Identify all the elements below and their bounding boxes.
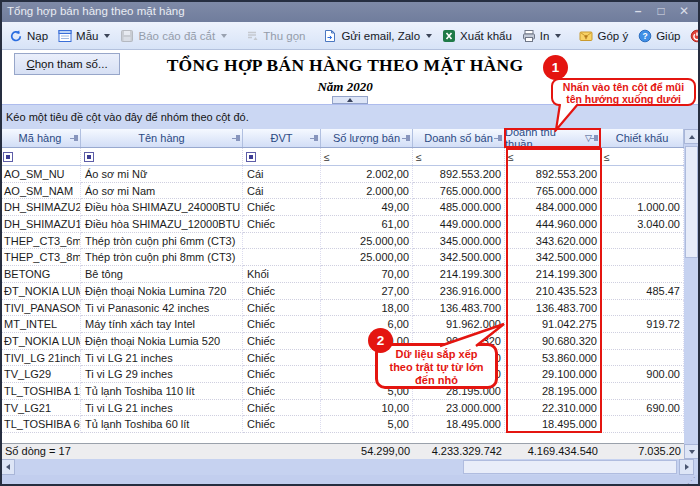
cell-chiet-khau[interactable]: 485.47	[601, 283, 684, 300]
cell-chiet-khau[interactable]: 900.00	[601, 366, 684, 383]
cell-chiet-khau[interactable]: 3.040.00	[601, 216, 684, 233]
cell-ma-hang[interactable]: TIVI_LG 21inches	[0, 350, 81, 367]
cell-so-luong-ban[interactable]: 49,00	[321, 199, 413, 216]
table-row[interactable]: TIVI_LG 21inches Ti vi LG 21 inches Chiế…	[0, 350, 684, 367]
column-header-chiet-khau[interactable]: Chiết khấu	[601, 129, 684, 147]
lte-operator-icon[interactable]: ≤	[508, 151, 514, 163]
cell-chiet-khau[interactable]	[601, 233, 684, 250]
cell-dvt[interactable]: Khối	[243, 266, 321, 283]
table-row[interactable]: BETONG Bê tông Khối 70,00 214.199.300 21…	[0, 266, 684, 283]
cell-chiet-khau[interactable]: 919.72	[601, 316, 684, 333]
table-row[interactable]: AO_SM_NAM Áo sơ mi Nam Cái 2.000,00 765.…	[0, 183, 684, 200]
cell-so-luong-ban[interactable]: 70,00	[321, 266, 413, 283]
vertical-scroll-thumb[interactable]	[685, 146, 698, 258]
table-row[interactable]: DH_SHIMAZU240 Điều hòa SHIMAZU_24000BTU …	[0, 199, 684, 216]
cell-doanh-so-ban[interactable]: 765.000.000	[413, 183, 505, 200]
cell-chiet-khau[interactable]	[601, 166, 684, 183]
cell-ten-hang[interactable]: Thép tròn cuộn phi 8mm (CT3)	[81, 249, 243, 266]
filter-type-icon[interactable]	[246, 152, 256, 162]
cell-doanh-so-ban[interactable]: 449.000.000	[413, 216, 505, 233]
cell-doanh-thu-thuan[interactable]: 892.553.200	[505, 166, 601, 183]
column-header-ma-hang[interactable]: Mã hàng	[0, 129, 81, 147]
cell-ten-hang[interactable]: Điện thoại Nokia Lumina 720	[81, 283, 243, 300]
cell-dvt[interactable]: Chiếc	[243, 400, 321, 417]
cell-doanh-so-ban[interactable]: 18.495.000	[413, 416, 505, 433]
cell-doanh-so-ban[interactable]: 214.199.300	[413, 266, 505, 283]
cell-doanh-so-ban[interactable]: 236.916.000	[413, 283, 505, 300]
cell-chiet-khau[interactable]	[601, 333, 684, 350]
table-row[interactable]: THEP_CT3_8mm Thép tròn cuộn phi 8mm (CT3…	[0, 249, 684, 266]
cell-dvt[interactable]: Chiếc	[243, 316, 321, 333]
table-row[interactable]: TV_LG29 Ti vi LG 29 inches Chiếc 10,00 3…	[0, 366, 684, 383]
cell-doanh-thu-thuan[interactable]: 28.195.000	[505, 383, 601, 400]
cell-doanh-thu-thuan[interactable]: 22.310.000	[505, 400, 601, 417]
cell-ten-hang[interactable]: Điều hòa SHIMAZU_12000BTU	[81, 216, 243, 233]
pin-icon[interactable]	[310, 135, 318, 142]
cell-chiet-khau[interactable]: 1.000.00	[601, 199, 684, 216]
horizontal-scrollbar[interactable]	[0, 459, 699, 475]
cell-doanh-thu-thuan[interactable]: 29.100.000	[505, 366, 601, 383]
cell-doanh-so-ban[interactable]: 345.000.000	[413, 233, 505, 250]
table-row[interactable]: MT_INTEL Máy tính xách tay Intel Chiếc 6…	[0, 316, 684, 333]
cell-so-luong-ban[interactable]: 25.000,00	[321, 233, 413, 250]
maximize-button[interactable]	[655, 4, 667, 18]
cell-doanh-so-ban[interactable]: 23.000.000	[413, 400, 505, 417]
pin-icon[interactable]	[232, 135, 240, 142]
lte-operator-icon[interactable]: ≤	[416, 151, 422, 163]
cell-doanh-thu-thuan[interactable]: 342.500.000	[505, 249, 601, 266]
cell-ten-hang[interactable]: Ti vi LG 21 inches	[81, 350, 243, 367]
cell-dvt[interactable]: Cái	[243, 166, 321, 183]
cell-chiet-khau[interactable]	[601, 350, 684, 367]
send-email-button[interactable]: Gửi email, Zalo	[318, 26, 437, 46]
cell-ten-hang[interactable]: Thép tròn cuộn phi 6mm (CT3)	[81, 233, 243, 250]
cell-dvt[interactable]: Cái	[243, 183, 321, 200]
cell-ten-hang[interactable]: Máy tính xách tay Intel	[81, 316, 243, 333]
lte-operator-icon[interactable]: ≤	[604, 151, 610, 163]
chevron-down-icon[interactable]	[104, 34, 110, 38]
cell-ma-hang[interactable]: DH_SHIMAZU240	[0, 199, 81, 216]
cell-doanh-thu-thuan[interactable]: 343.620.000	[505, 233, 601, 250]
cell-ma-hang[interactable]: DH_SHIMAZU120	[0, 216, 81, 233]
cell-so-luong-ban[interactable]: 10,00	[321, 400, 413, 417]
group-by-panel[interactable]: Kéo một tiêu đề cột vào đây để nhóm theo…	[0, 104, 700, 129]
cell-ten-hang[interactable]: Điện thoại Nokia Lumia 520	[81, 333, 243, 350]
cell-ten-hang[interactable]: Tủ lạnh Toshiba 60 lít	[81, 416, 243, 433]
filter-cell-doanh-thu-thuan[interactable]: ≤	[505, 148, 601, 165]
cell-ten-hang[interactable]: Tủ lạnh Toshiba 110 lít	[81, 383, 243, 400]
minimize-button[interactable]	[632, 4, 644, 18]
cell-dvt[interactable]	[243, 233, 321, 250]
cell-doanh-thu-thuan[interactable]: 91.042.275	[505, 316, 601, 333]
cell-ma-hang[interactable]: MT_INTEL	[0, 316, 81, 333]
cell-ten-hang[interactable]: Ti vi Panasonic 42 inches	[81, 300, 243, 317]
refresh-button[interactable]: Nạp	[4, 26, 53, 46]
scroll-right-button[interactable]	[679, 459, 694, 475]
cell-so-luong-ban[interactable]: 27,00	[321, 283, 413, 300]
cell-ten-hang[interactable]: Bê tông	[81, 266, 243, 283]
column-header-so-luong-ban[interactable]: Số lượng bán	[321, 129, 413, 147]
feedback-button[interactable]: Góp ý	[574, 26, 633, 46]
column-header-dvt[interactable]: ĐVT	[243, 129, 321, 147]
cell-doanh-so-ban[interactable]: 485.000.000	[413, 199, 505, 216]
cell-so-luong-ban[interactable]: 6,00	[321, 316, 413, 333]
cell-chiet-khau[interactable]	[601, 249, 684, 266]
close-button[interactable]	[678, 4, 690, 18]
print-button[interactable]: In	[517, 26, 567, 46]
resize-grip-icon[interactable]	[687, 477, 696, 485]
cell-ma-hang[interactable]: TIVI_PANASONIC	[0, 300, 81, 317]
table-row[interactable]: TV_LG21 Ti vi LG 21 inches Chiếc 10,00 2…	[0, 400, 684, 417]
cell-so-luong-ban[interactable]: 25.000,00	[321, 249, 413, 266]
cell-doanh-thu-thuan[interactable]: 484.000.000	[505, 199, 601, 216]
cell-chiet-khau[interactable]	[601, 383, 684, 400]
filter-cell-ma-hang[interactable]	[0, 148, 81, 165]
cell-doanh-thu-thuan[interactable]: 18.495.000	[505, 416, 601, 433]
cell-ma-hang[interactable]: ĐT_NOKIA LUMIA	[0, 283, 81, 300]
cell-chiet-khau[interactable]	[601, 416, 684, 433]
cell-dvt[interactable]	[243, 249, 321, 266]
filter-cell-ten-hang[interactable]	[81, 148, 243, 165]
cell-doanh-thu-thuan[interactable]: 214.199.300	[505, 266, 601, 283]
cell-chiet-khau[interactable]: 690.00	[601, 400, 684, 417]
help-button[interactable]: ? Giúp	[633, 26, 685, 46]
cell-ma-hang[interactable]: TL_TOSHIBA 60	[0, 416, 81, 433]
table-row[interactable]: AO_SM_NU Áo sơ mi Nữ Cái 2.002,00 892.55…	[0, 166, 684, 183]
cell-doanh-so-ban[interactable]: 91.962.000	[413, 316, 505, 333]
